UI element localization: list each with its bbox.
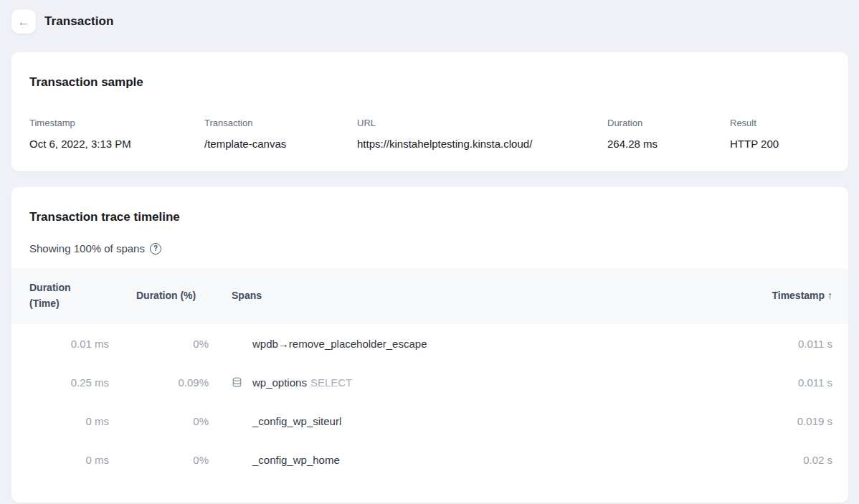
field-timestamp: Timestamp Oct 6, 2022, 3:13 PM	[29, 118, 204, 150]
cell-duration-time: 0.25 ms	[11, 376, 109, 389]
cell-spans: _config_wp_home	[209, 454, 746, 466]
trace-timeline-card: Transaction trace timeline Showing 100% …	[11, 187, 848, 503]
span-name: wp_options	[252, 376, 307, 389]
cell-duration-time: 0 ms	[11, 415, 109, 427]
field-value: /template-canvas	[204, 138, 357, 150]
sample-fields-row: Timestamp Oct 6, 2022, 3:13 PM Transacti…	[11, 118, 848, 150]
cell-spans: wpdb→remove_placeholder_escape	[209, 338, 746, 350]
field-label: Transaction	[204, 118, 357, 128]
field-value: https://kinstahelptesting.kinsta.cloud/	[357, 138, 607, 150]
cell-timestamp: 0.02 s	[746, 454, 848, 466]
field-duration: Duration 264.28 ms	[607, 118, 730, 150]
cell-duration-pct: 0%	[109, 338, 209, 350]
field-transaction: Transaction /template-canvas	[204, 118, 357, 150]
cell-duration-pct: 0.09%	[109, 376, 209, 389]
database-icon	[232, 377, 252, 388]
field-label: Duration	[607, 118, 730, 128]
back-button[interactable]: ←	[11, 9, 36, 34]
table-row[interactable]: 0 ms 0% _config_wp_home 0.02 s	[11, 440, 848, 479]
field-label: Result	[730, 118, 830, 128]
column-header-spans: Spans	[209, 288, 746, 304]
cell-spans: wp_options SELECT	[209, 376, 746, 389]
table-header-row: Duration (Time) Duration (%) Spans Times…	[11, 268, 848, 324]
column-header-duration-time: Duration (Time)	[11, 280, 83, 311]
field-label: Timestamp	[29, 118, 204, 128]
span-operation: SELECT	[310, 376, 352, 389]
span-name: _config_wp_siteurl	[252, 415, 341, 427]
cell-duration-time: 0.01 ms	[11, 338, 109, 350]
sample-card-title: Transaction sample	[11, 75, 848, 90]
top-bar: ← Transaction	[0, 0, 859, 42]
span-name: wpdb→remove_placeholder_escape	[252, 338, 427, 350]
span-name: _config_wp_home	[252, 454, 340, 466]
table-row[interactable]: 0.01 ms 0% wpdb→remove_placeholder_escap…	[11, 324, 848, 363]
column-header-timestamp-label: Timestamp	[772, 290, 825, 301]
back-arrow-icon: ←	[18, 16, 30, 28]
cell-duration-pct: 0%	[109, 454, 209, 466]
spans-summary-text: Showing 100% of spans	[29, 242, 145, 255]
page-title: Transaction	[44, 14, 114, 29]
field-value: 264.28 ms	[607, 138, 730, 150]
cell-spans: _config_wp_siteurl	[209, 415, 746, 427]
cell-timestamp: 0.019 s	[746, 415, 848, 427]
cell-timestamp: 0.011 s	[746, 376, 848, 389]
help-icon[interactable]: ?	[150, 243, 161, 255]
table-body: 0.01 ms 0% wpdb→remove_placeholder_escap…	[11, 324, 848, 479]
column-header-duration-pct: Duration (%)	[109, 288, 209, 304]
field-value: HTTP 200	[730, 138, 830, 150]
field-url: URL https://kinstahelptesting.kinsta.clo…	[357, 118, 607, 150]
table-row[interactable]: 0 ms 0% _config_wp_siteurl 0.019 s	[11, 401, 848, 440]
cell-duration-time: 0 ms	[11, 454, 109, 466]
table-row[interactable]: 0.25 ms 0.09% wp_options SELECT 0.011 s	[11, 363, 848, 401]
trace-card-title: Transaction trace timeline	[11, 210, 848, 224]
sort-ascending-icon: ↑	[827, 290, 832, 301]
field-value: Oct 6, 2022, 3:13 PM	[29, 138, 204, 150]
column-header-timestamp-sort[interactable]: Timestamp ↑	[746, 288, 848, 304]
field-result: Result HTTP 200	[730, 118, 830, 150]
cell-duration-pct: 0%	[109, 415, 209, 427]
cell-timestamp: 0.011 s	[746, 338, 848, 350]
spans-summary: Showing 100% of spans ?	[11, 242, 848, 255]
field-label: URL	[357, 118, 607, 128]
spans-table: Duration (Time) Duration (%) Spans Times…	[11, 268, 848, 479]
transaction-sample-card: Transaction sample Timestamp Oct 6, 2022…	[11, 52, 848, 171]
